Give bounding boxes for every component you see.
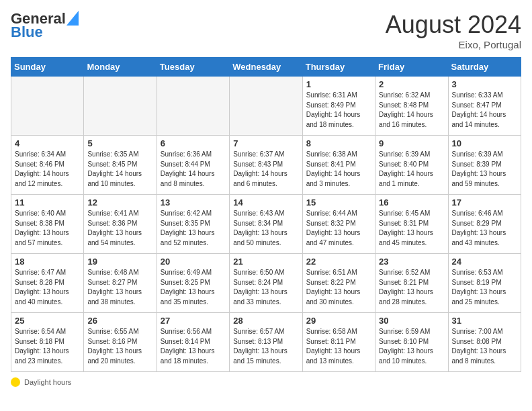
cell-details: Sunrise: 6:35 AM Sunset: 8:45 PM Dayligh… bbox=[87, 150, 152, 189]
calendar-header-row: SundayMondayTuesdayWednesdayThursdayFrid… bbox=[11, 58, 521, 77]
calendar-cell: 14Sunrise: 6:43 AM Sunset: 8:34 PM Dayli… bbox=[230, 195, 302, 254]
day-number: 8 bbox=[306, 138, 371, 148]
calendar-cell: 20Sunrise: 6:49 AM Sunset: 8:25 PM Dayli… bbox=[157, 254, 229, 313]
day-number: 23 bbox=[379, 257, 444, 267]
calendar-week-3: 11Sunrise: 6:40 AM Sunset: 8:38 PM Dayli… bbox=[11, 195, 521, 254]
title-block: August 2024 Eixo, Portugal bbox=[386, 11, 521, 50]
cell-details: Sunrise: 6:39 AM Sunset: 8:39 PM Dayligh… bbox=[452, 150, 517, 189]
day-number: 31 bbox=[452, 316, 517, 326]
day-number: 17 bbox=[452, 197, 517, 208]
calendar-cell: 2Sunrise: 6:32 AM Sunset: 8:48 PM Daylig… bbox=[375, 77, 448, 136]
logo-text: General Blue bbox=[11, 11, 79, 40]
day-number: 3 bbox=[452, 79, 517, 89]
calendar-cell: 13Sunrise: 6:42 AM Sunset: 8:35 PM Dayli… bbox=[157, 195, 229, 254]
location: Eixo, Portugal bbox=[386, 39, 521, 50]
day-number: 5 bbox=[87, 138, 152, 148]
cell-details: Sunrise: 6:44 AM Sunset: 8:32 PM Dayligh… bbox=[306, 209, 371, 248]
calendar-cell bbox=[11, 77, 84, 136]
calendar-cell: 4Sunrise: 6:34 AM Sunset: 8:46 PM Daylig… bbox=[11, 136, 84, 195]
sun-icon bbox=[11, 377, 20, 387]
cell-details: Sunrise: 6:43 AM Sunset: 8:34 PM Dayligh… bbox=[233, 209, 298, 248]
day-number: 4 bbox=[15, 138, 80, 148]
cell-details: Sunrise: 6:38 AM Sunset: 8:41 PM Dayligh… bbox=[306, 150, 371, 189]
calendar-footer: Daylight hours bbox=[11, 377, 521, 387]
calendar-table: SundayMondayTuesdayWednesdayThursdayFrid… bbox=[11, 57, 521, 372]
cell-details: Sunrise: 6:42 AM Sunset: 8:35 PM Dayligh… bbox=[161, 209, 226, 248]
day-number: 9 bbox=[379, 138, 444, 148]
day-number: 27 bbox=[161, 316, 226, 326]
cell-details: Sunrise: 6:54 AM Sunset: 8:18 PM Dayligh… bbox=[15, 327, 80, 366]
day-header-thursday: Thursday bbox=[302, 58, 375, 77]
day-header-monday: Monday bbox=[84, 58, 157, 77]
cell-details: Sunrise: 6:49 AM Sunset: 8:25 PM Dayligh… bbox=[161, 268, 226, 307]
calendar-cell: 1Sunrise: 6:31 AM Sunset: 8:49 PM Daylig… bbox=[302, 77, 375, 136]
calendar-cell: 25Sunrise: 6:54 AM Sunset: 8:18 PM Dayli… bbox=[11, 313, 84, 372]
day-number: 2 bbox=[379, 79, 444, 89]
cell-details: Sunrise: 6:40 AM Sunset: 8:38 PM Dayligh… bbox=[15, 209, 80, 248]
day-number: 11 bbox=[15, 197, 80, 208]
calendar-cell bbox=[84, 77, 157, 136]
svg-marker-0 bbox=[66, 11, 79, 26]
calendar-week-1: 1Sunrise: 6:31 AM Sunset: 8:49 PM Daylig… bbox=[11, 77, 521, 136]
calendar-cell: 12Sunrise: 6:41 AM Sunset: 8:36 PM Dayli… bbox=[84, 195, 157, 254]
day-header-sunday: Sunday bbox=[11, 58, 84, 77]
day-number: 28 bbox=[233, 316, 298, 326]
calendar-cell: 24Sunrise: 6:53 AM Sunset: 8:19 PM Dayli… bbox=[448, 254, 521, 313]
cell-details: Sunrise: 6:32 AM Sunset: 8:48 PM Dayligh… bbox=[379, 91, 444, 130]
cell-details: Sunrise: 6:55 AM Sunset: 8:16 PM Dayligh… bbox=[87, 327, 152, 366]
cell-details: Sunrise: 6:34 AM Sunset: 8:46 PM Dayligh… bbox=[15, 150, 80, 189]
day-header-tuesday: Tuesday bbox=[157, 58, 229, 77]
calendar-cell: 29Sunrise: 6:58 AM Sunset: 8:11 PM Dayli… bbox=[302, 313, 375, 372]
day-number: 29 bbox=[306, 316, 371, 326]
calendar-week-5: 25Sunrise: 6:54 AM Sunset: 8:18 PM Dayli… bbox=[11, 313, 521, 372]
calendar-cell: 10Sunrise: 6:39 AM Sunset: 8:39 PM Dayli… bbox=[448, 136, 521, 195]
day-header-friday: Friday bbox=[375, 58, 448, 77]
logo-arrow-icon bbox=[66, 11, 79, 26]
day-number: 24 bbox=[452, 257, 517, 267]
day-number: 19 bbox=[87, 257, 152, 267]
day-number: 26 bbox=[87, 316, 152, 326]
day-header-saturday: Saturday bbox=[448, 58, 521, 77]
logo: General Blue bbox=[11, 11, 79, 40]
calendar-cell: 30Sunrise: 6:59 AM Sunset: 8:10 PM Dayli… bbox=[375, 313, 448, 372]
cell-details: Sunrise: 6:45 AM Sunset: 8:31 PM Dayligh… bbox=[379, 209, 444, 248]
calendar-week-4: 18Sunrise: 6:47 AM Sunset: 8:28 PM Dayli… bbox=[11, 254, 521, 313]
day-number: 22 bbox=[306, 257, 371, 267]
day-number: 10 bbox=[452, 138, 517, 148]
cell-details: Sunrise: 6:53 AM Sunset: 8:19 PM Dayligh… bbox=[452, 268, 517, 307]
calendar-cell: 19Sunrise: 6:48 AM Sunset: 8:27 PM Dayli… bbox=[84, 254, 157, 313]
calendar-cell: 17Sunrise: 6:46 AM Sunset: 8:29 PM Dayli… bbox=[448, 195, 521, 254]
calendar-cell: 27Sunrise: 6:56 AM Sunset: 8:14 PM Dayli… bbox=[157, 313, 229, 372]
calendar-cell: 3Sunrise: 6:33 AM Sunset: 8:47 PM Daylig… bbox=[448, 77, 521, 136]
day-number: 18 bbox=[15, 257, 80, 267]
calendar-cell: 15Sunrise: 6:44 AM Sunset: 8:32 PM Dayli… bbox=[302, 195, 375, 254]
cell-details: Sunrise: 6:41 AM Sunset: 8:36 PM Dayligh… bbox=[87, 209, 152, 248]
day-number: 21 bbox=[233, 257, 298, 267]
day-number: 15 bbox=[306, 197, 371, 208]
calendar-cell: 18Sunrise: 6:47 AM Sunset: 8:28 PM Dayli… bbox=[11, 254, 84, 313]
day-number: 1 bbox=[306, 79, 371, 89]
calendar-body: 1Sunrise: 6:31 AM Sunset: 8:49 PM Daylig… bbox=[11, 77, 521, 372]
calendar-cell bbox=[157, 77, 229, 136]
calendar-cell: 26Sunrise: 6:55 AM Sunset: 8:16 PM Dayli… bbox=[84, 313, 157, 372]
cell-details: Sunrise: 6:57 AM Sunset: 8:13 PM Dayligh… bbox=[233, 327, 298, 366]
day-number: 13 bbox=[161, 197, 226, 208]
calendar-cell: 5Sunrise: 6:35 AM Sunset: 8:45 PM Daylig… bbox=[84, 136, 157, 195]
cell-details: Sunrise: 6:39 AM Sunset: 8:40 PM Dayligh… bbox=[379, 150, 444, 189]
day-number: 12 bbox=[87, 197, 152, 208]
footer-label: Daylight hours bbox=[24, 378, 71, 386]
cell-details: Sunrise: 6:52 AM Sunset: 8:21 PM Dayligh… bbox=[379, 268, 444, 307]
cell-details: Sunrise: 6:47 AM Sunset: 8:28 PM Dayligh… bbox=[15, 268, 80, 307]
cell-details: Sunrise: 6:58 AM Sunset: 8:11 PM Dayligh… bbox=[306, 327, 371, 366]
calendar-cell: 31Sunrise: 7:00 AM Sunset: 8:08 PM Dayli… bbox=[448, 313, 521, 372]
logo-blue: Blue bbox=[11, 24, 79, 40]
calendar-cell: 23Sunrise: 6:52 AM Sunset: 8:21 PM Dayli… bbox=[375, 254, 448, 313]
cell-details: Sunrise: 6:31 AM Sunset: 8:49 PM Dayligh… bbox=[306, 91, 371, 130]
day-number: 16 bbox=[379, 197, 444, 208]
day-header-wednesday: Wednesday bbox=[230, 58, 302, 77]
calendar-cell: 6Sunrise: 6:36 AM Sunset: 8:44 PM Daylig… bbox=[157, 136, 229, 195]
page-header: General Blue August 2024 Eixo, Portugal bbox=[11, 11, 521, 50]
cell-details: Sunrise: 6:56 AM Sunset: 8:14 PM Dayligh… bbox=[161, 327, 226, 366]
cell-details: Sunrise: 6:33 AM Sunset: 8:47 PM Dayligh… bbox=[452, 91, 517, 130]
calendar-cell: 9Sunrise: 6:39 AM Sunset: 8:40 PM Daylig… bbox=[375, 136, 448, 195]
